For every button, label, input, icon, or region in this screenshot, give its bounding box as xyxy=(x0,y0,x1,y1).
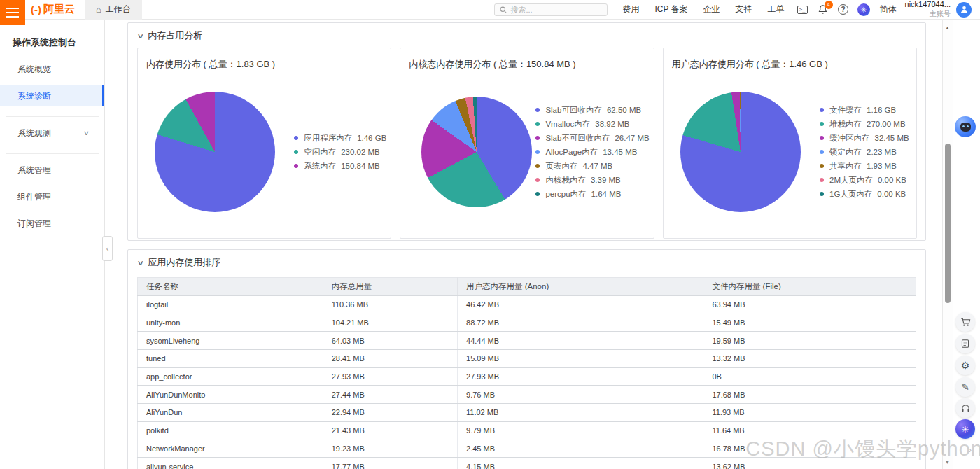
search-input[interactable] xyxy=(510,6,594,14)
sidebar-item-系统管理[interactable]: 系统管理 xyxy=(0,160,104,181)
sidebar-item-系统概览[interactable]: 系统概览 xyxy=(0,59,104,80)
global-search[interactable] xyxy=(494,4,608,16)
assistant-mascot-button[interactable] xyxy=(955,116,976,137)
legend-item[interactable]: percpu内存1.64 MB xyxy=(536,187,649,201)
legend-item[interactable]: 应用程序内存1.46 GB xyxy=(294,131,386,145)
memory-value-cell: 27.93 MB xyxy=(458,368,704,386)
memory-analysis-panel: ∨ 内存占用分析 内存使用分布 ( 总量：1.83 GB )应用程序内存1.46… xyxy=(127,22,926,241)
pie-chart[interactable] xyxy=(680,92,801,212)
home-icon: ⌂ xyxy=(96,4,102,15)
scrollbar-thumb[interactable] xyxy=(945,144,951,303)
sidebar-collapse-button[interactable]: ‹ xyxy=(102,236,113,261)
legend-item[interactable]: Vmalloc内存38.92 MB xyxy=(536,117,649,131)
locale-switcher[interactable]: 简体 xyxy=(872,4,905,15)
legend-label: 堆栈内存 xyxy=(830,119,862,130)
chart-title: 内核态内存使用分布 ( 总量：150.84 MB ) xyxy=(400,48,653,71)
memory-value-cell: 63.94 MB xyxy=(704,296,916,314)
gear-icon: ⚙ xyxy=(961,360,970,371)
legend-item[interactable]: 文件缓存1.16 GB xyxy=(820,103,912,117)
user-menu[interactable]: nick147044... 主账号 xyxy=(905,0,951,18)
sidebar-item-系统观测[interactable]: 系统观测∨ xyxy=(0,122,104,144)
page-scrollbar[interactable]: ▲ ▼ xyxy=(942,20,953,469)
sidebar-divider xyxy=(6,153,99,154)
asterisk-icon: ✳ xyxy=(858,4,870,16)
legend-item[interactable]: 系统内存150.84 MB xyxy=(294,159,386,173)
table-row: ilogtail110.36 MB46.42 MB63.94 MB xyxy=(138,296,916,314)
legend-item[interactable]: Slab可回收内存62.50 MB xyxy=(536,103,649,117)
settings-button[interactable]: ⚙ xyxy=(955,356,975,375)
table-body: ilogtail110.36 MB46.42 MB63.94 MBunity-m… xyxy=(138,296,916,469)
question-icon: ? xyxy=(838,4,848,15)
aliyun-logo[interactable]: (-) 阿里云 xyxy=(31,3,75,16)
sidebar-item-组件管理[interactable]: 组件管理 xyxy=(0,186,104,207)
community-button[interactable]: ✳ xyxy=(856,2,872,18)
legend-item[interactable]: 2M大页内存0.00 KB xyxy=(820,173,912,187)
legend-item[interactable]: 1G大页内存0.00 KB xyxy=(820,187,912,201)
legend-value: 230.02 MB xyxy=(341,148,380,156)
legend-item[interactable]: 共享内存1.93 MB xyxy=(820,159,912,173)
user-avatar[interactable] xyxy=(956,2,972,18)
cart-button[interactable] xyxy=(955,312,975,332)
hamburger-menu-button[interactable] xyxy=(0,0,25,25)
legend-item[interactable]: 页表内存4.47 MB xyxy=(536,159,649,173)
legend-item[interactable]: 内核栈内存3.39 MB xyxy=(536,173,649,187)
legend-dot-icon xyxy=(536,192,540,196)
legend-label: 2M大页内存 xyxy=(830,175,873,186)
topbar: (-) 阿里云 ⌂ 工作台 费用ICP 备案企业支持工单 >_ 4 ? ✳ 简体… xyxy=(0,0,980,20)
memory-value-cell: 64.03 MB xyxy=(323,332,457,350)
support-button[interactable] xyxy=(955,398,975,418)
chart-title: 用户态内存使用分布 ( 总量：1.46 GB ) xyxy=(664,48,916,71)
topbar-menu-item[interactable]: 企业 xyxy=(696,4,728,15)
legend-dot-icon xyxy=(820,108,824,112)
sidebar-item-订阅管理[interactable]: 订阅管理 xyxy=(0,213,104,234)
help-button[interactable]: ? xyxy=(836,2,851,18)
topbar-menu-item[interactable]: 工单 xyxy=(760,4,792,15)
cart-icon xyxy=(960,317,971,328)
legend-item[interactable]: 锁定内存2.23 MB xyxy=(820,145,912,159)
legend-item[interactable]: 空闲内存230.02 MB xyxy=(294,145,386,159)
legend-value: 1.93 MB xyxy=(867,162,897,170)
legend-item[interactable]: 缓冲区内存32.45 MB xyxy=(820,131,912,145)
sidebar-item-label: 系统观测 xyxy=(18,127,51,139)
sidebar-item-系统诊断[interactable]: 系统诊断 xyxy=(0,85,104,106)
legend-label: 空闲内存 xyxy=(304,147,336,158)
topbar-menu-item[interactable]: 支持 xyxy=(728,4,760,15)
chart-legend: 文件缓存1.16 GB堆栈内存270.00 MB缓冲区内存32.45 MB锁定内… xyxy=(820,103,912,201)
task-name-cell: polkitd xyxy=(138,421,323,440)
pie-chart[interactable] xyxy=(155,92,275,212)
collapse-section-icon[interactable]: ∨ xyxy=(136,32,144,40)
scroll-up-arrow-icon[interactable]: ▲ xyxy=(945,25,950,30)
legend-item[interactable]: 堆栈内存270.00 MB xyxy=(820,117,912,131)
memory-value-cell: 11.02 MB xyxy=(458,404,704,422)
task-name-cell: tuned xyxy=(138,350,323,368)
survey-button[interactable] xyxy=(955,334,975,354)
collapse-section-icon[interactable]: ∨ xyxy=(136,259,144,267)
sidebar-item-label: 系统概览 xyxy=(18,64,51,76)
workbench-tab[interactable]: ⌂ 工作台 xyxy=(85,0,142,20)
table-row: app_collector27.93 MB27.93 MB0B xyxy=(138,368,916,386)
legend-value: 3.39 MB xyxy=(591,176,621,184)
topbar-menu-item[interactable]: ICP 备案 xyxy=(647,4,695,15)
legend-value: 0.00 KB xyxy=(878,176,906,184)
legend-item[interactable]: Slab不可回收内存26.47 MB xyxy=(536,131,649,145)
legend-item[interactable]: AllocPage内存13.45 MB xyxy=(536,145,649,159)
notifications-button[interactable]: 4 xyxy=(816,2,831,18)
legend-value: 26.47 MB xyxy=(615,134,649,142)
table-header-row: 任务名称内存总用量用户态内存用量 (Anon)文件内存用量 (File) xyxy=(138,278,916,296)
topbar-menu-item[interactable]: 费用 xyxy=(615,4,647,15)
memory-value-cell: 9.79 MB xyxy=(458,421,704,440)
legend-label: 内核栈内存 xyxy=(545,175,586,186)
task-name-cell: app_collector xyxy=(138,368,323,386)
ai-assistant-button[interactable]: ✳ xyxy=(955,419,975,439)
column-header: 文件内存用量 (File) xyxy=(704,278,916,296)
memory-chart-card: 内存使用分布 ( 总量：1.83 GB )应用程序内存1.46 GB空闲内存23… xyxy=(137,48,391,239)
feedback-button[interactable]: ✎ xyxy=(955,377,975,397)
pie-chart[interactable] xyxy=(421,97,532,207)
legend-value: 13.45 MB xyxy=(603,148,637,156)
memory-value-cell: 17.68 MB xyxy=(704,386,916,404)
legend-dot-icon xyxy=(820,122,824,126)
toolbar-collapse-icon[interactable]: › xyxy=(969,445,972,455)
memory-value-cell: 28.41 MB xyxy=(323,350,457,368)
cloudshell-button[interactable]: >_ xyxy=(795,2,811,18)
scroll-down-arrow-icon[interactable]: ▼ xyxy=(945,460,950,465)
